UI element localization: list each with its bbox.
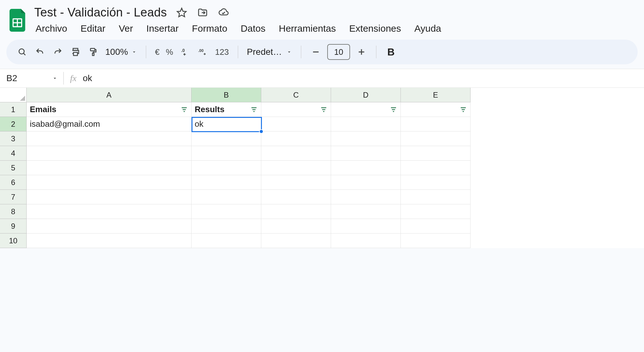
format-percent[interactable]: % [164, 47, 175, 57]
row-header-6[interactable]: 6 [0, 175, 27, 190]
cell[interactable] [192, 190, 261, 204]
menu-datos[interactable]: Datos [239, 22, 267, 35]
filter-icon[interactable] [459, 105, 468, 114]
row-header-4[interactable]: 4 [0, 146, 27, 161]
cell[interactable] [192, 234, 261, 248]
cell-C2[interactable] [261, 117, 331, 131]
cell[interactable] [27, 161, 192, 175]
cell-C1[interactable] [261, 102, 331, 117]
select-all-corner[interactable] [0, 88, 27, 102]
star-icon[interactable] [176, 7, 188, 19]
cell[interactable] [192, 131, 261, 146]
bold-button[interactable]: B [383, 46, 399, 58]
doc-title[interactable]: Test - Validación - Leads [34, 6, 167, 19]
row-header-1[interactable]: 1 [0, 102, 27, 117]
row-header-8[interactable]: 8 [0, 204, 27, 219]
cell[interactable] [401, 219, 471, 234]
format-number[interactable]: 123 [213, 47, 231, 57]
col-header-E[interactable]: E [401, 88, 471, 102]
cell[interactable] [401, 175, 471, 190]
font-size-input[interactable]: 10 [327, 44, 350, 60]
cell[interactable] [261, 161, 331, 175]
decrease-font-icon[interactable] [308, 44, 323, 60]
cell-A2[interactable]: isabad@gmail.com [27, 117, 192, 131]
menu-extensiones[interactable]: Extensiones [348, 22, 402, 35]
menu-ver[interactable]: Ver [117, 22, 134, 35]
font-selector[interactable]: Predet… [245, 47, 294, 57]
decrease-decimal-icon[interactable]: .0 [178, 44, 193, 60]
cell[interactable] [192, 146, 261, 161]
cell-D1[interactable] [331, 102, 401, 117]
redo-icon[interactable] [50, 44, 65, 60]
row-header-10[interactable]: 10 [0, 234, 27, 248]
row-header-2[interactable]: 2 [0, 117, 27, 131]
move-folder-icon[interactable] [197, 7, 209, 19]
menu-insertar[interactable]: Insertar [145, 22, 180, 35]
cell[interactable] [401, 234, 471, 248]
cell-D2[interactable] [331, 117, 401, 131]
cell[interactable] [331, 219, 401, 234]
cell[interactable] [331, 234, 401, 248]
cell-E2[interactable] [401, 117, 471, 131]
filter-icon[interactable] [319, 105, 328, 114]
cell[interactable] [261, 204, 331, 219]
cell[interactable] [401, 131, 471, 146]
row-header-3[interactable]: 3 [0, 131, 27, 146]
cell[interactable] [401, 204, 471, 219]
cell-A1[interactable]: Emails [27, 102, 192, 117]
cell[interactable] [261, 175, 331, 190]
col-header-C[interactable]: C [261, 88, 331, 102]
cell[interactable] [401, 161, 471, 175]
menu-editar[interactable]: Editar [79, 22, 107, 35]
cell-E1[interactable] [401, 102, 471, 117]
cell[interactable] [401, 146, 471, 161]
filter-icon[interactable] [250, 105, 258, 114]
cell[interactable] [27, 131, 192, 146]
formula-input[interactable] [83, 69, 644, 87]
cell[interactable] [192, 175, 261, 190]
row-header-5[interactable]: 5 [0, 161, 27, 175]
cell[interactable] [261, 190, 331, 204]
col-header-D[interactable]: D [331, 88, 401, 102]
cell[interactable] [261, 131, 331, 146]
cell[interactable] [27, 146, 192, 161]
filter-icon[interactable] [389, 105, 398, 114]
search-icon[interactable] [15, 44, 30, 60]
cell[interactable] [401, 190, 471, 204]
menu-formato[interactable]: Formato [191, 22, 229, 35]
cell-B1[interactable]: Results [192, 102, 261, 117]
menu-herramientas[interactable]: Herramientas [277, 22, 337, 35]
cell[interactable] [331, 131, 401, 146]
cell[interactable] [192, 161, 261, 175]
chevron-down-icon[interactable] [52, 73, 58, 83]
cell[interactable] [331, 190, 401, 204]
filter-icon[interactable] [180, 105, 189, 114]
print-icon[interactable] [68, 44, 83, 60]
cell[interactable] [27, 219, 192, 234]
cell-B2[interactable]: ok [192, 117, 261, 131]
col-header-B[interactable]: B [192, 88, 261, 102]
cell[interactable] [331, 175, 401, 190]
cell[interactable] [331, 146, 401, 161]
cell[interactable] [27, 234, 192, 248]
cell[interactable] [261, 234, 331, 248]
cell[interactable] [27, 204, 192, 219]
format-currency[interactable]: € [153, 47, 161, 57]
cell[interactable] [27, 175, 192, 190]
row-header-9[interactable]: 9 [0, 219, 27, 234]
zoom-selector[interactable]: 100% [103, 47, 139, 57]
sheets-logo-icon[interactable] [9, 8, 27, 33]
menu-ayuda[interactable]: Ayuda [413, 22, 443, 35]
increase-decimal-icon[interactable]: .00 [195, 44, 211, 60]
menu-archivo[interactable]: Archivo [34, 22, 68, 35]
cell[interactable] [192, 204, 261, 219]
cell[interactable] [261, 219, 331, 234]
cloud-status-icon[interactable] [218, 7, 230, 19]
paint-format-icon[interactable] [86, 44, 101, 60]
col-header-A[interactable]: A [27, 88, 192, 102]
name-box[interactable]: B2 [0, 73, 63, 83]
cell[interactable] [261, 146, 331, 161]
cell[interactable] [192, 219, 261, 234]
increase-font-icon[interactable] [354, 44, 369, 60]
cell[interactable] [27, 190, 192, 204]
